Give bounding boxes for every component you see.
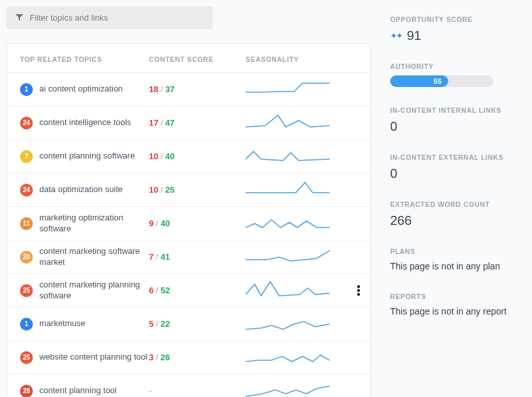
content-score-current: 10	[149, 185, 158, 195]
topic-name: marketing optimization software	[39, 213, 149, 234]
content-score: 7 / 41	[149, 252, 246, 262]
reports-value: This page is not in any report	[390, 305, 526, 318]
table-row[interactable]: 11 marketing optimization software 9 / 4…	[7, 206, 370, 240]
rank-badge: 20	[20, 251, 33, 264]
content-score: 6 / 52	[149, 286, 246, 295]
content-score-target: 52	[161, 286, 170, 295]
external-links-block: IN-CONTENT EXTERNAL LINKS 0	[390, 153, 526, 181]
rank-badge: 1	[20, 83, 33, 96]
rank-badge: 25	[20, 284, 33, 297]
rank-badge: 24	[20, 184, 33, 197]
topic-name: content marketing software market	[39, 246, 149, 267]
content-score: 18 / 37	[149, 84, 246, 94]
rank-badge: 1	[20, 318, 33, 331]
authority-bar: 55	[390, 75, 493, 87]
rank-badge: 24	[20, 117, 33, 130]
seasonality-sparkline	[246, 246, 351, 268]
topic-name: content marketing planning software	[39, 280, 149, 301]
content-score-current: 10	[149, 151, 158, 161]
table-row[interactable]: 24 content intelligence tools 17 / 47 ••…	[7, 106, 370, 139]
authority-label: AUTHORITY	[390, 63, 526, 70]
content-score: 5 / 22	[149, 319, 246, 329]
table-row[interactable]: 1 ai content optimization 18 / 37 •••	[7, 72, 370, 106]
content-score-target: 47	[165, 118, 174, 128]
content-score: 10 / 40	[149, 151, 246, 161]
table-row[interactable]: 25 content marketing planning software 6…	[7, 273, 370, 307]
content-score-target: 41	[161, 252, 170, 262]
seasonality-sparkline	[246, 380, 351, 397]
external-links-label: IN-CONTENT EXTERNAL LINKS	[390, 153, 526, 161]
topic-name: website content planning tool	[39, 352, 148, 362]
filter-icon	[15, 14, 23, 22]
content-score: -	[149, 386, 246, 396]
content-score-target: 25	[165, 185, 174, 195]
opportunity-score-value: 91	[407, 28, 421, 43]
content-score-target: 26	[161, 353, 170, 362]
topic-name: ai content optimization	[39, 84, 123, 94]
table-row[interactable]: 7 content planning software 10 / 40 •••	[7, 139, 370, 173]
table-row[interactable]: 1 marketmuse 5 / 22 •••	[7, 307, 370, 340]
internal-links-block: IN-CONTENT INTERNAL LINKS 0	[390, 106, 526, 134]
plans-label: PLANS	[390, 247, 526, 255]
panel-header: TOP RELATED TOPICS CONTENT SCORE SEASONA…	[7, 44, 370, 72]
seasonality-sparkline	[246, 78, 351, 101]
plans-block: PLANS This page is not in any plan	[390, 247, 526, 273]
authority-block: AUTHORITY 55	[390, 63, 526, 87]
sparkle-icon: ✦✦	[390, 31, 402, 41]
seasonality-sparkline	[246, 212, 351, 235]
topic-name: content planning software	[39, 151, 135, 161]
row-menu-button[interactable]: •••	[351, 284, 366, 296]
table-row[interactable]: 25 website content planning tool 3 / 26 …	[7, 340, 370, 374]
content-score-current: 18	[149, 84, 158, 94]
word-count-label: EXTRACTED WORD COUNT	[390, 200, 526, 208]
content-score-current: -	[149, 386, 152, 396]
rank-badge: 11	[20, 217, 33, 230]
rank-badge: 7	[20, 150, 33, 163]
plans-value: This page is not in any plan	[390, 260, 526, 273]
table-row[interactable]: 28 content planning tool - •••	[7, 374, 370, 397]
authority-fill: 55	[390, 75, 448, 87]
content-score-current: 5	[149, 319, 153, 329]
seasonality-sparkline	[246, 145, 351, 168]
content-score-current: 3	[149, 353, 153, 362]
topic-name: content planning tool	[39, 385, 117, 396]
table-row[interactable]: 24 data optimization suite 10 / 25 •••	[7, 173, 370, 206]
seasonality-sparkline	[246, 279, 351, 302]
content-score: 3 / 26	[149, 353, 246, 362]
reports-label: REPORTS	[390, 293, 526, 300]
seasonality-sparkline	[246, 346, 351, 369]
content-score-current: 17	[149, 118, 158, 128]
col-seasonality: SEASONALITY	[246, 55, 357, 63]
external-links-value: 0	[390, 166, 526, 181]
seasonality-sparkline	[246, 179, 351, 201]
content-score: 10 / 25	[149, 185, 246, 195]
content-score-current: 9	[149, 218, 153, 228]
word-count-value: 266	[390, 213, 526, 228]
content-score-target: 40	[165, 151, 174, 161]
content-score: 9 / 40	[149, 218, 246, 228]
opportunity-score-label: OPPORTUNITY SCORE	[390, 15, 526, 23]
rank-badge: 28	[20, 385, 33, 398]
filter-bar[interactable]	[6, 6, 213, 29]
topic-name: marketmuse	[39, 318, 86, 329]
content-score-target: 22	[161, 319, 170, 329]
filter-input[interactable]	[30, 13, 204, 23]
topic-name: data optimization suite	[39, 184, 123, 195]
opportunity-score-block: OPPORTUNITY SCORE ✦✦ 91	[390, 15, 526, 43]
content-score-current: 6	[149, 286, 153, 295]
seasonality-sparkline	[246, 111, 351, 134]
content-score: 17 / 47	[149, 118, 246, 128]
top-related-topics-panel: TOP RELATED TOPICS CONTENT SCORE SEASONA…	[6, 43, 371, 397]
table-row[interactable]: 20 content marketing software market 7 /…	[7, 240, 370, 273]
authority-value: 55	[433, 77, 441, 85]
internal-links-label: IN-CONTENT INTERNAL LINKS	[390, 106, 526, 114]
content-score-target: 37	[165, 84, 174, 94]
word-count-block: EXTRACTED WORD COUNT 266	[390, 200, 526, 228]
topic-name: content intelligence tools	[39, 117, 131, 128]
internal-links-value: 0	[390, 119, 526, 134]
content-score-current: 7	[149, 252, 153, 262]
rank-badge: 25	[20, 351, 33, 364]
col-topics: TOP RELATED TOPICS	[20, 55, 149, 63]
content-score-target: 40	[161, 218, 170, 228]
seasonality-sparkline	[246, 313, 351, 335]
